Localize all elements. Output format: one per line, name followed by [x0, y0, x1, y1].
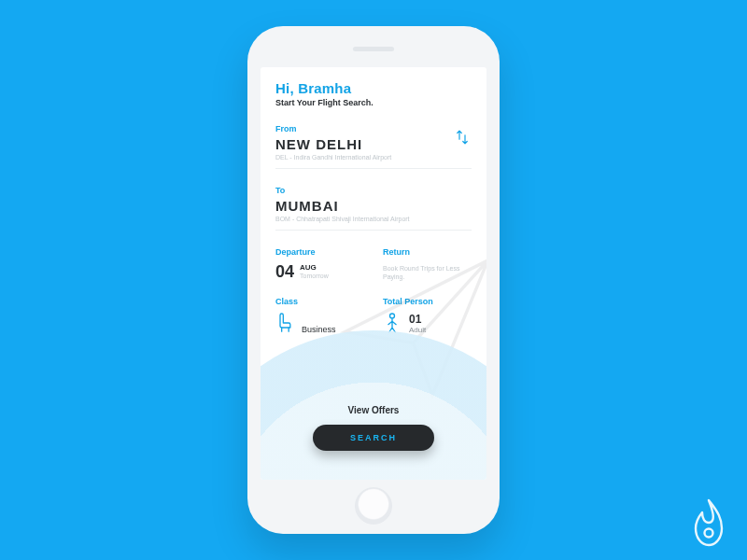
- from-city[interactable]: NEW DELHI: [275, 136, 453, 152]
- svg-point-1: [705, 529, 713, 538]
- home-button[interactable]: [355, 487, 392, 525]
- phone-frame: Hi, Bramha Start Your Flight Search. Fro…: [247, 26, 500, 534]
- departure-label: Departure: [275, 247, 364, 257]
- to-city[interactable]: MUMBAI: [275, 198, 472, 214]
- divider: [275, 168, 472, 169]
- return-label: Return: [383, 247, 472, 257]
- persons-field[interactable]: Total Person 01 Adult: [383, 297, 472, 334]
- greeting-subtitle: Start Your Flight Search.: [275, 98, 472, 107]
- to-label: To: [275, 186, 472, 195]
- class-value: Business: [302, 325, 336, 334]
- svg-point-0: [390, 314, 395, 318]
- departure-field[interactable]: Departure 04 AUG Tomorrow: [275, 247, 364, 282]
- departure-day: 04: [275, 262, 294, 282]
- app-screen: Hi, Bramha Start Your Flight Search. Fro…: [261, 67, 486, 480]
- search-button[interactable]: SEARCH: [313, 425, 434, 451]
- greeting: Hi, Bramha: [275, 80, 472, 96]
- return-field[interactable]: Return Book Round Trips for Less Paying.: [383, 247, 472, 282]
- departure-relative: Tomorrow: [300, 273, 329, 280]
- class-label: Class: [275, 297, 364, 306]
- persons-type: Adult: [409, 326, 426, 334]
- swap-vertical-icon: [454, 129, 471, 146]
- seat-icon: [275, 312, 294, 334]
- brand-logo: [689, 498, 728, 547]
- to-airport: BOM - Chhatrapati Shivaji International …: [275, 216, 472, 222]
- persons-label: Total Person: [383, 297, 472, 306]
- persons-count: 01: [409, 313, 426, 326]
- class-field[interactable]: Class Business: [275, 297, 364, 334]
- departure-month: AUG: [300, 264, 329, 273]
- swap-cities-button[interactable]: [453, 128, 472, 147]
- return-hint: Book Round Trips for Less Paying.: [383, 264, 467, 281]
- from-label: From: [275, 124, 453, 133]
- from-airport: DEL - Indira Gandhi International Airpor…: [275, 154, 453, 161]
- divider: [275, 230, 472, 231]
- view-offers-link[interactable]: View Offers: [348, 405, 400, 415]
